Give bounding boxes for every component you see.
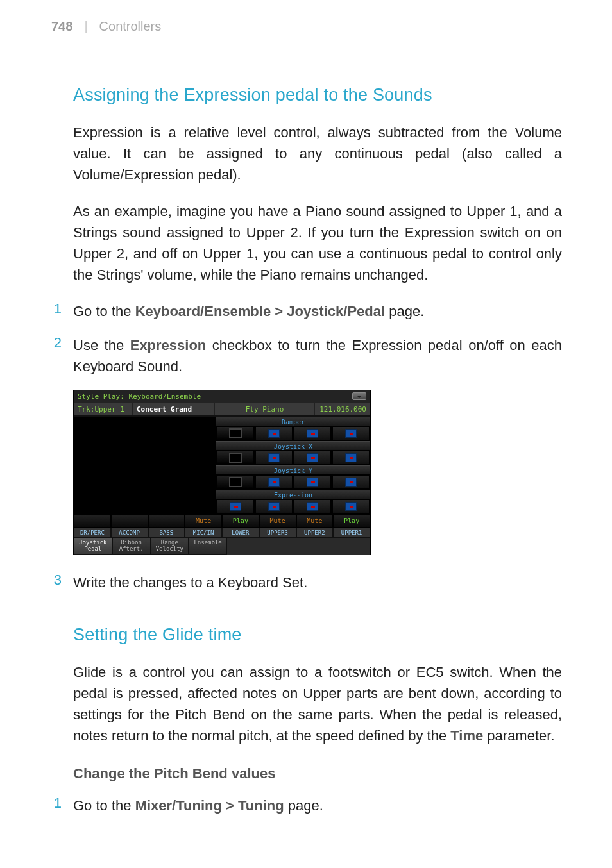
track-label[interactable]: ACCOMP bbox=[111, 528, 148, 538]
joyy-cell[interactable] bbox=[255, 475, 293, 489]
step-item: 1 Go to the Keyboard/Ensemble > Joystick… bbox=[50, 301, 562, 322]
joyx-cell[interactable] bbox=[294, 451, 331, 465]
tab-ensemble[interactable]: Ensemble bbox=[189, 538, 227, 555]
ui-title-text: Style Play: Keyboard/Ensemble bbox=[78, 392, 201, 401]
tab-range-velocity[interactable]: Range Velocity bbox=[151, 538, 189, 555]
expression-cell[interactable] bbox=[217, 499, 254, 513]
joyx-cell[interactable] bbox=[255, 451, 293, 465]
track-label-row: DR/PERC ACCOMP BASS MIC/IN LOWER UPPER3 … bbox=[74, 528, 370, 538]
checkbox-icon bbox=[307, 478, 318, 487]
menu-dropdown-icon[interactable] bbox=[352, 392, 366, 400]
step-text: Use the Expression checkbox to turn the … bbox=[73, 335, 562, 377]
tab-row: Joystick Pedal Ribbon Aftert. Range Velo… bbox=[74, 538, 370, 555]
menu-path: Keyboard/Ensemble > Joystick/Pedal bbox=[135, 303, 385, 319]
step-text: Go to the Mixer/Tuning > Tuning page. bbox=[73, 795, 562, 816]
step-number: 2 bbox=[50, 335, 62, 377]
param-name: Expression bbox=[130, 337, 207, 353]
text: page. bbox=[284, 797, 323, 814]
param-label-joyy: Joystick Y bbox=[216, 465, 370, 474]
track-label[interactable]: MIC/IN bbox=[185, 528, 222, 538]
paragraph: Expression is a relative level control, … bbox=[73, 122, 562, 185]
checkbox-icon bbox=[268, 502, 280, 511]
param-label-damper: Damper bbox=[216, 417, 370, 426]
checkbox-icon bbox=[307, 429, 318, 438]
sub-heading: Change the Pitch Bend values bbox=[73, 765, 562, 782]
tab-ribbon-aftertouch[interactable]: Ribbon Aftert. bbox=[112, 538, 151, 555]
paragraph: Glide is a control you can assign to a f… bbox=[73, 662, 562, 746]
pm-cell[interactable] bbox=[111, 514, 148, 528]
joyy-cell[interactable] bbox=[217, 475, 254, 489]
text: Go to the bbox=[73, 797, 135, 814]
param-label-expression: Expression bbox=[216, 490, 370, 499]
checkbox-icon bbox=[229, 428, 242, 438]
track-label[interactable]: UPPER2 bbox=[296, 528, 334, 538]
play-mute-row: Mute Play Mute Mute Play bbox=[74, 514, 370, 528]
pm-cell-mute[interactable]: Mute bbox=[185, 514, 222, 528]
track-label[interactable]: LOWER bbox=[222, 528, 259, 538]
step-text: Write the changes to a Keyboard Set. bbox=[73, 572, 562, 593]
param-name: Time bbox=[450, 728, 483, 744]
pm-cell-mute[interactable]: Mute bbox=[296, 514, 334, 528]
ui-infobar: Trk:Upper 1 Concert Grand Fty-Piano 121.… bbox=[74, 403, 370, 417]
expression-cell[interactable] bbox=[255, 499, 293, 513]
menu-path: Mixer/Tuning > Tuning bbox=[135, 797, 284, 814]
checkbox-icon bbox=[307, 453, 318, 462]
paragraph: As an example, imagine you have a Piano … bbox=[73, 201, 562, 285]
pm-cell-play[interactable]: Play bbox=[333, 514, 370, 528]
heading-glide: Setting the Glide time bbox=[73, 625, 562, 645]
checkbox-icon bbox=[230, 502, 241, 511]
sound-family: Fty-Piano bbox=[215, 403, 315, 415]
page-number: 748 bbox=[51, 19, 72, 34]
checkbox-icon bbox=[229, 477, 242, 487]
track-indicator[interactable]: Trk:Upper 1 bbox=[74, 403, 133, 415]
checkbox-icon bbox=[307, 502, 318, 511]
pm-cell[interactable] bbox=[148, 514, 185, 528]
joyx-cell[interactable] bbox=[332, 451, 370, 465]
text: page. bbox=[385, 303, 424, 319]
text: Use the bbox=[73, 337, 130, 353]
tab-joystick-pedal[interactable]: Joystick Pedal bbox=[74, 538, 112, 555]
param-area: Damper Joystick X Joystick Y bbox=[74, 417, 370, 514]
heading-expression: Assigning the Expression pedal to the So… bbox=[73, 85, 562, 105]
section-title: Controllers bbox=[99, 19, 162, 34]
checkbox-icon bbox=[229, 453, 242, 463]
step-number: 3 bbox=[50, 572, 62, 593]
joyy-cell[interactable] bbox=[294, 475, 331, 489]
page-header: 748 | Controllers bbox=[0, 19, 612, 40]
page-content: Assigning the Expression pedal to the So… bbox=[0, 40, 612, 816]
program-number: 121.016.000 bbox=[315, 403, 370, 415]
damper-cell[interactable] bbox=[332, 426, 370, 440]
device-screenshot: Style Play: Keyboard/Ensemble Trk:Upper … bbox=[73, 390, 371, 555]
expression-cell[interactable] bbox=[294, 499, 331, 513]
pm-cell[interactable] bbox=[74, 514, 111, 528]
damper-cell[interactable] bbox=[294, 426, 331, 440]
checkbox-icon bbox=[345, 478, 357, 487]
header-divider: | bbox=[84, 19, 87, 34]
ui-titlebar: Style Play: Keyboard/Ensemble bbox=[74, 390, 370, 403]
track-label[interactable]: UPPER3 bbox=[259, 528, 296, 538]
joyx-cell[interactable] bbox=[217, 451, 254, 465]
track-label[interactable]: BASS bbox=[148, 528, 185, 538]
step-number: 1 bbox=[50, 301, 62, 322]
checkbox-icon bbox=[268, 429, 280, 438]
step-number: 1 bbox=[50, 795, 62, 816]
damper-cell[interactable] bbox=[217, 426, 254, 440]
expression-cell[interactable] bbox=[332, 499, 370, 513]
param-label-joyx: Joystick X bbox=[216, 441, 370, 450]
checkbox-icon bbox=[268, 478, 280, 487]
track-label[interactable]: UPPER1 bbox=[333, 528, 370, 538]
text: Go to the bbox=[73, 303, 135, 319]
step-item: 3 Write the changes to a Keyboard Set. bbox=[50, 572, 562, 593]
damper-cell[interactable] bbox=[255, 426, 293, 440]
checkbox-icon bbox=[345, 502, 357, 511]
checkbox-icon bbox=[268, 453, 280, 462]
joyy-cell[interactable] bbox=[332, 475, 370, 489]
sound-name[interactable]: Concert Grand bbox=[133, 403, 215, 415]
pm-cell-mute[interactable]: Mute bbox=[259, 514, 296, 528]
checkbox-icon bbox=[345, 429, 357, 438]
tab-spacer bbox=[227, 538, 370, 555]
pm-cell-play[interactable]: Play bbox=[222, 514, 259, 528]
track-label[interactable]: DR/PERC bbox=[74, 528, 111, 538]
text: parameter. bbox=[483, 728, 554, 744]
step-item: 1 Go to the Mixer/Tuning > Tuning page. bbox=[50, 795, 562, 816]
